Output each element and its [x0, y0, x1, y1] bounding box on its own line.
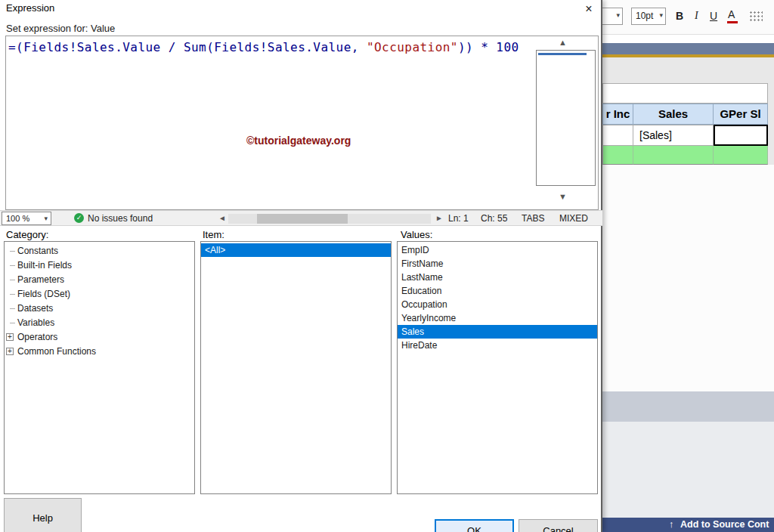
horizontal-scrollbar[interactable]	[228, 214, 431, 224]
cancel-button[interactable]: Cancel	[519, 519, 598, 532]
design-surface-blank	[602, 165, 774, 391]
bold-button[interactable]: B	[676, 10, 683, 22]
editor-statusbar: 100 % ▾ ✓ No issues found ◄ ► Ln: 1 Ch: …	[0, 210, 602, 226]
panel-header-bar	[602, 43, 774, 54]
chevron-down-icon: ▾	[616, 11, 620, 19]
add-to-source-control-bar[interactable]: ↑ Add to Source Cont	[602, 518, 774, 532]
close-icon[interactable]: ×	[580, 1, 598, 17]
column-header[interactable]: Sales	[633, 104, 714, 125]
category-list[interactable]: ConstantsBuilt-in FieldsParametersFields…	[4, 241, 195, 494]
font-size-value: 10pt	[636, 11, 653, 21]
values-list-item[interactable]: LastName	[398, 271, 597, 284]
table-row[interactable]	[602, 83, 768, 104]
code-text: )) * 100	[458, 40, 519, 54]
category-item[interactable]: Fields (DSet)	[5, 287, 194, 302]
category-item-label: Operators	[17, 332, 57, 342]
lower-panel-area	[602, 422, 774, 518]
selected-table-cell[interactable]	[714, 125, 768, 146]
category-item[interactable]: Constants	[5, 244, 194, 258]
code-string-literal: "Occupation"	[367, 40, 458, 54]
table-header-row: r Inc Sales GPer Sl	[602, 104, 768, 125]
column-header[interactable]: r Inc	[602, 104, 633, 125]
category-item-label: Constants	[17, 246, 58, 256]
values-list-item[interactable]: Sales	[398, 325, 597, 339]
line-indicator: Ln: 1	[448, 213, 469, 224]
report-designer-background: ▾ 10pt ▾ B I U A r Inc Sales GPer Sl [	[602, 0, 774, 532]
table-cell[interactable]	[602, 125, 633, 146]
tabs-indicator: TABS	[522, 213, 544, 224]
category-item-label: Built-in Fields	[17, 260, 72, 271]
formatting-toolbar: ▾ 10pt ▾ B I U A	[602, 0, 774, 35]
values-list-item[interactable]: HireDate	[398, 339, 597, 352]
table-cell[interactable]	[714, 146, 768, 165]
zoom-value: 100 %	[6, 214, 29, 223]
values-list-item[interactable]: Education	[398, 284, 597, 298]
values-label: Values:	[401, 229, 432, 240]
check-icon: ✓	[74, 213, 84, 223]
category-item[interactable]: Parameters	[5, 273, 194, 287]
mixed-indicator: MIXED	[559, 213, 588, 224]
category-item[interactable]: +Operators	[5, 330, 194, 345]
underline-button[interactable]: U	[710, 10, 717, 22]
ok-button[interactable]: OK	[435, 519, 514, 532]
scrollbar-thumb[interactable]	[257, 214, 348, 224]
category-item[interactable]: +Common Functions	[5, 345, 194, 359]
category-item-label: Datasets	[17, 303, 53, 314]
category-item-label: Parameters	[17, 274, 64, 285]
values-list-item[interactable]: EmpID	[398, 243, 597, 257]
category-label: Category:	[6, 229, 48, 240]
help-button[interactable]: Help	[4, 498, 82, 532]
scroll-down-icon[interactable]: ▼	[559, 192, 567, 201]
chevron-down-icon: ▾	[44, 215, 48, 222]
item-list[interactable]: <All>	[200, 241, 392, 494]
minimap-code-line	[538, 53, 587, 55]
scroll-right-icon[interactable]: ►	[435, 214, 443, 222]
chevron-down-icon: ▾	[659, 11, 663, 19]
table-row: [Sales]	[602, 125, 768, 146]
values-list-item[interactable]: FirstName	[398, 257, 597, 271]
expand-icon[interactable]: +	[6, 333, 14, 341]
values-list-item[interactable]: Occupation	[398, 298, 597, 311]
table-cell[interactable]	[633, 146, 714, 165]
scroll-left-icon[interactable]: ◄	[218, 214, 226, 222]
char-indicator: Ch: 55	[481, 213, 507, 224]
values-list[interactable]: EmpIDFirstNameLastNameEducationOccupatio…	[397, 241, 598, 494]
source-control-label: Add to Source Cont	[680, 518, 769, 532]
expression-dialog: Expression × Set expression for: Value =…	[0, 0, 602, 532]
font-color-swatch	[727, 21, 738, 23]
surface-divider-band	[602, 391, 774, 422]
font-size-combo[interactable]: 10pt ▾	[631, 8, 666, 25]
font-color-button[interactable]: A	[728, 8, 735, 20]
table-row[interactable]	[602, 146, 768, 165]
table-cell[interactable]: [Sales]	[633, 125, 714, 146]
category-item-label: Variables	[17, 317, 54, 328]
category-item[interactable]: Built-in Fields	[5, 258, 194, 273]
expression-code: =(Fields!Sales.Value / Sum(Fields!Sales.…	[8, 40, 519, 54]
scrollbar-minimap[interactable]	[536, 50, 596, 186]
promote-icon: ↑	[669, 518, 673, 532]
no-issues-text: No issues found	[88, 213, 153, 224]
italic-button[interactable]: I	[695, 10, 698, 22]
category-item-label: Fields (DSet)	[17, 289, 70, 299]
watermark: ©tutorialgateway.org	[246, 135, 351, 147]
screen: ▾ 10pt ▾ B I U A r Inc Sales GPer Sl [	[0, 0, 774, 532]
dialog-title: Expression	[6, 2, 54, 14]
category-item[interactable]: Variables	[5, 316, 194, 330]
scroll-up-icon[interactable]: ▲	[559, 38, 567, 47]
expression-code-editor[interactable]: =(Fields!Sales.Value / Sum(Fields!Sales.…	[5, 36, 599, 210]
category-item-label: Common Functions	[17, 346, 96, 357]
values-list-item[interactable]: YearlyIncome	[398, 311, 597, 325]
item-list-item[interactable]: <All>	[201, 243, 391, 257]
font-family-combo[interactable]: ▾	[599, 8, 623, 25]
dot-grid-icon[interactable]	[749, 11, 763, 23]
table-cell[interactable]	[602, 146, 633, 165]
item-label: Item:	[203, 229, 224, 240]
column-header[interactable]: GPer Sl	[714, 104, 768, 125]
set-expression-for-label: Set expression for: Value	[6, 23, 115, 34]
expand-icon[interactable]: +	[6, 348, 14, 355]
zoom-combo[interactable]: 100 % ▾	[2, 212, 51, 225]
code-text: =(Fields!Sales.Value / Sum(Fields!Sales.…	[8, 40, 367, 54]
category-item[interactable]: Datasets	[5, 302, 194, 316]
